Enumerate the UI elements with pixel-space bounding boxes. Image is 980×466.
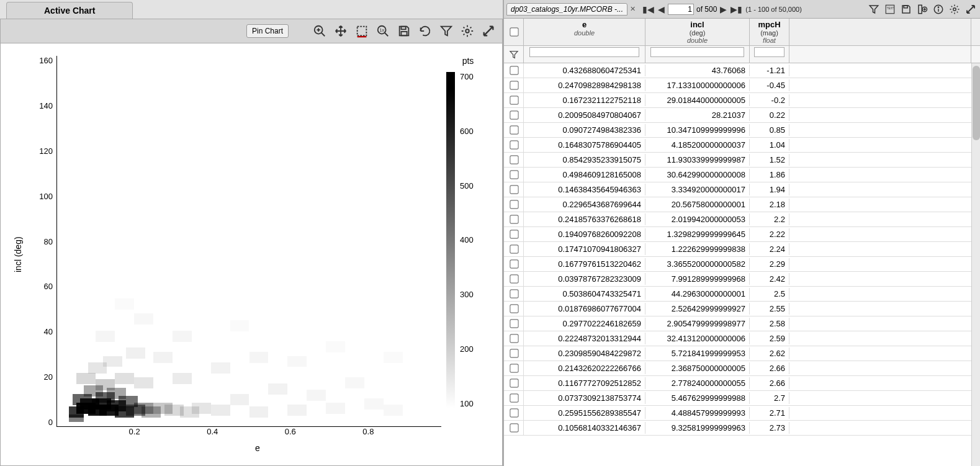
plot-canvas[interactable] — [56, 56, 441, 427]
cell-mpch: 2.5 — [750, 288, 789, 300]
data-panel: dp03_catalogs_10yr.MPCORB -... ✕ ▮◀ ◀ of… — [503, 0, 980, 466]
row-checkbox[interactable] — [504, 287, 524, 301]
row-checkbox[interactable] — [504, 108, 524, 122]
info-icon[interactable] — [932, 2, 945, 16]
cell-filler — [789, 278, 980, 280]
next-page-button[interactable]: ▶ — [719, 4, 727, 14]
table-row[interactable]: 0.21432620222266766 2.368750000000005 2.… — [504, 361, 980, 376]
filter-icon-cell[interactable] — [504, 46, 524, 63]
filter-input-incl[interactable] — [650, 47, 744, 57]
row-checkbox[interactable] — [504, 78, 524, 92]
row-checkbox[interactable] — [504, 376, 524, 390]
row-checkbox[interactable] — [504, 212, 524, 226]
column-header-e[interactable]: e double — [524, 19, 645, 45]
table-row[interactable]: 0.0907274984382336 10.347109999999996 0.… — [504, 123, 980, 138]
row-checkbox[interactable] — [504, 421, 524, 435]
row-checkbox[interactable] — [504, 331, 524, 346]
row-checkbox[interactable] — [504, 361, 524, 375]
row-checkbox[interactable] — [504, 302, 524, 316]
table-row[interactable]: 0.4326880604725341 43.76068 -1.21 — [504, 63, 980, 78]
table-expand-icon[interactable] — [964, 2, 978, 16]
table-row[interactable]: 0.01876986077677004 2.526429999999927 2.… — [504, 302, 980, 316]
table-row[interactable]: 0.14638435645946363 3.334920000000017 1.… — [504, 182, 980, 197]
close-icon[interactable]: ✕ — [630, 5, 636, 13]
table-filter-icon[interactable] — [867, 2, 881, 16]
zoom-reset-icon[interactable]: 1x — [374, 22, 392, 40]
select-icon[interactable] — [353, 22, 371, 40]
last-page-button[interactable]: ▶▮ — [730, 4, 743, 14]
table-row[interactable]: 0.8542935233915075 11.930339999999987 1.… — [504, 153, 980, 168]
row-checkbox[interactable] — [504, 93, 524, 107]
table-row[interactable]: 0.5038604743325471 44.29630000000001 2.5 — [504, 287, 980, 302]
column-header-mpch[interactable]: mpcH (mag) float — [750, 19, 789, 45]
row-checkbox[interactable] — [504, 63, 524, 78]
undo-icon[interactable] — [416, 22, 434, 40]
row-checkbox[interactable] — [504, 227, 524, 241]
table-settings-icon[interactable] — [948, 2, 961, 16]
row-checkbox[interactable] — [504, 272, 524, 286]
table-row[interactable]: 0.2977022246182659 2.9054799999998977 2.… — [504, 316, 980, 331]
zoom-in-icon[interactable] — [311, 22, 328, 40]
row-checkbox[interactable] — [504, 242, 524, 256]
add-column-icon[interactable] — [915, 2, 929, 16]
row-checkbox[interactable] — [504, 391, 524, 405]
pin-chart-button[interactable]: Pin Chart — [246, 24, 289, 38]
table-body[interactable]: 0.4326880604725341 43.76068 -1.21 0.2470… — [504, 63, 980, 466]
save-chart-icon[interactable] — [395, 22, 413, 40]
row-checkbox[interactable] — [504, 182, 524, 197]
row-checkbox[interactable] — [504, 123, 524, 137]
page-input[interactable] — [668, 4, 694, 15]
table-scrollbar[interactable] — [971, 63, 980, 466]
row-checkbox[interactable] — [504, 168, 524, 182]
pan-icon[interactable] — [332, 22, 349, 40]
table-row[interactable]: 0.10568140332146367 9.325819999999963 2.… — [504, 421, 980, 436]
table-row[interactable]: 0.19409768260092208 1.3298299999999645 2… — [504, 227, 980, 242]
expand-icon[interactable] — [480, 22, 497, 40]
row-checkbox[interactable] — [504, 138, 524, 152]
settings-icon[interactable] — [459, 22, 476, 40]
select-all-checkbox[interactable] — [504, 19, 524, 45]
table-row[interactable]: 0.07373092138753774 5.467629999999988 2.… — [504, 391, 980, 406]
table-row[interactable]: 0.16483075786904405 4.185200000000037 1.… — [504, 138, 980, 153]
table-row[interactable]: 0.16779761513220462 3.3655200000000582 2… — [504, 257, 980, 272]
cell-incl: 7.991289999999968 — [645, 273, 750, 285]
svg-line-7 — [385, 33, 389, 37]
row-checkbox[interactable] — [504, 197, 524, 212]
prev-page-button[interactable]: ◀ — [657, 4, 665, 14]
table-row[interactable]: 0.25951556289385547 4.488457999999993 2.… — [504, 406, 980, 421]
cell-filler — [789, 144, 980, 146]
table-row[interactable]: 0.11677727092512852 2.778240000000055 2.… — [504, 376, 980, 391]
table-row[interactable]: 0.20095084970804067 28.21037 0.22 — [504, 108, 980, 123]
text-view-icon[interactable]: TEXT — [883, 2, 897, 16]
table-row[interactable]: 0.24185763376268618 2.019942000000053 2.… — [504, 212, 980, 227]
row-checkbox[interactable] — [504, 257, 524, 271]
table-row[interactable]: 0.23098590484229872 5.721841999999953 2.… — [504, 346, 980, 361]
row-checkbox[interactable] — [504, 316, 524, 331]
cell-incl: 10.347109999999996 — [645, 124, 750, 136]
row-checkbox[interactable] — [504, 153, 524, 167]
svg-text:1x: 1x — [380, 27, 385, 33]
cell-mpch: 2.7 — [750, 392, 789, 404]
row-checkbox[interactable] — [504, 346, 524, 361]
table-row[interactable]: 0.4984609128165008 30.642990000000008 1.… — [504, 168, 980, 182]
filter-input-e[interactable] — [529, 47, 640, 57]
table-row[interactable]: 0.17471070941806327 1.222629999999838 2.… — [504, 242, 980, 257]
table-row[interactable]: 0.1672321122752118 29.018440000000005 -0… — [504, 93, 980, 108]
tab-active-chart[interactable]: Active Chart — [6, 2, 133, 19]
table-row[interactable]: 0.24709828984298138 17.133100000000006 -… — [504, 78, 980, 93]
cell-incl: 2.368750000000005 — [645, 362, 750, 374]
cell-filler — [789, 323, 980, 325]
column-header-incl[interactable]: incl (deg) double — [645, 19, 750, 45]
scrollbar-thumb[interactable] — [973, 66, 980, 140]
row-checkbox[interactable] — [504, 406, 524, 420]
save-table-icon[interactable] — [899, 2, 913, 16]
data-tab-name[interactable]: dp03_catalogs_10yr.MPCORB -... — [506, 3, 627, 16]
filter-icon[interactable] — [438, 22, 455, 40]
cell-e: 0.5038604743325471 — [524, 288, 645, 300]
first-page-button[interactable]: ▮◀ — [642, 4, 655, 14]
table-row[interactable]: 0.22248732013312944 32.413120000000006 2… — [504, 331, 980, 346]
table-row[interactable]: 0.03978767282323009 7.991289999999968 2.… — [504, 272, 980, 287]
filter-input-mpch[interactable] — [754, 47, 785, 57]
cell-mpch: 1.52 — [750, 154, 789, 166]
table-row[interactable]: 0.2296543687699644 20.56758000000001 2.1… — [504, 197, 980, 212]
